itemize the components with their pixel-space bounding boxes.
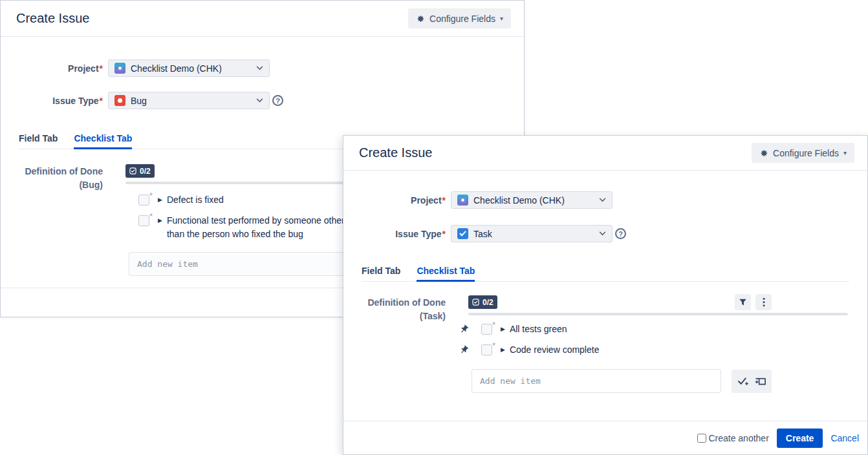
help-icon[interactable]: ? — [272, 95, 283, 106]
page-title: Create Issue — [16, 11, 89, 26]
configure-fields-label: Configure Fields — [773, 148, 839, 158]
task-icon — [457, 228, 468, 239]
progress-count: 0/2 — [483, 298, 494, 307]
kebab-menu-button[interactable] — [755, 294, 772, 310]
checklist-item: * ▶ Functional test performed by someone… — [138, 215, 355, 241]
expand-triangle-icon[interactable]: ▶ — [501, 344, 505, 355]
item-checkbox[interactable]: * — [481, 344, 492, 355]
issue-type-row: Issue Type* Bug — [1, 92, 270, 109]
checklist-field-label: Definition of Done (Task) — [343, 296, 446, 323]
project-avatar-icon — [114, 63, 125, 74]
configure-fields-label: Configure Fields — [429, 14, 495, 24]
create-button[interactable]: Create — [777, 429, 823, 448]
filter-button[interactable] — [735, 294, 751, 310]
tab-bar: Field Tab Checklist Tab — [362, 266, 849, 282]
issue-type-label: Issue Type* — [1, 96, 103, 106]
add-multiple-items-icon[interactable] — [755, 376, 766, 386]
checklist-field-label: Definition of Done (Bug) — [1, 165, 103, 192]
tab-checklist[interactable]: Checklist Tab — [74, 133, 132, 149]
item-required-asterisk: * — [492, 320, 495, 330]
expand-triangle-icon[interactable]: ▶ — [158, 215, 162, 226]
issue-type-value: Task — [473, 229, 492, 239]
pin-icon[interactable] — [459, 324, 469, 337]
project-value: Checklist Demo (CHK) — [131, 63, 222, 74]
create-issue-dialog-task: Create Issue Configure Fields ▾ Project*… — [343, 135, 868, 455]
create-another-checkbox[interactable] — [697, 434, 706, 443]
create-another-label: Create another — [708, 433, 768, 443]
issue-type-select[interactable]: Task — [451, 225, 613, 242]
item-checkbox[interactable]: * — [138, 195, 149, 206]
checklist-item-text[interactable]: All tests green — [510, 323, 567, 336]
issue-type-label: Issue Type* — [343, 229, 446, 239]
item-required-asterisk: * — [149, 211, 153, 221]
progress-badge: 0/2 — [125, 164, 155, 178]
bug-icon — [114, 95, 125, 106]
badge-checkbox-icon — [129, 167, 136, 175]
tab-checklist[interactable]: Checklist Tab — [417, 266, 475, 281]
progress-count: 0/2 — [140, 167, 151, 176]
item-required-asterisk: * — [492, 341, 495, 350]
required-mark: * — [100, 96, 103, 106]
project-label: Project* — [343, 195, 446, 206]
chevron-down-icon — [599, 198, 606, 202]
issue-type-value: Bug — [131, 96, 147, 106]
project-select[interactable]: Checklist Demo (CHK) — [451, 191, 613, 209]
filter-icon — [739, 298, 747, 306]
project-row: Project* Checklist Demo (CHK) — [1, 59, 270, 77]
required-mark: * — [442, 229, 446, 239]
add-new-item-input[interactable] — [472, 369, 721, 393]
expand-triangle-icon[interactable]: ▶ — [158, 195, 162, 206]
progress-bar — [468, 313, 848, 315]
issue-type-select[interactable]: Bug — [108, 92, 270, 109]
checklist-item: * ▶ All tests green — [481, 324, 567, 336]
gear-icon — [416, 14, 425, 23]
create-another[interactable]: Create another — [697, 433, 768, 443]
page-title: Create Issue — [359, 145, 432, 160]
add-new-item-input[interactable] — [129, 252, 378, 276]
caret-down-icon: ▾ — [500, 16, 503, 22]
pin-icon[interactable] — [459, 345, 469, 357]
progress-badge: 0/2 — [468, 295, 497, 309]
required-mark: * — [100, 63, 103, 74]
tab-field[interactable]: Field Tab — [362, 266, 400, 281]
configure-fields-button[interactable]: Configure Fields ▾ — [408, 8, 511, 28]
project-value: Checklist Demo (CHK) — [473, 195, 565, 206]
item-checkbox[interactable]: * — [481, 324, 492, 335]
dialog-footer: Create another Create Cancel — [343, 421, 867, 454]
project-row: Project* Checklist Demo (CHK) — [343, 191, 613, 209]
cancel-link[interactable]: Cancel — [830, 433, 859, 443]
caret-down-icon: ▾ — [843, 150, 847, 156]
checklist-item: * ▶ Code review complete — [481, 344, 599, 357]
help-icon[interactable]: ? — [615, 228, 626, 239]
chevron-down-icon — [599, 231, 606, 236]
checklist-item-text[interactable]: Defect is fixed — [167, 193, 224, 207]
checklist-item: * ▶ Defect is fixed — [138, 195, 224, 207]
chevron-down-icon — [256, 98, 263, 103]
gear-icon — [759, 149, 768, 158]
tab-field[interactable]: Field Tab — [19, 133, 58, 149]
dialog-header: Create Issue Configure Fields ▾ — [1, 1, 524, 37]
project-label: Project* — [1, 63, 103, 74]
expand-triangle-icon[interactable]: ▶ — [501, 324, 505, 335]
badge-checkbox-icon — [472, 299, 479, 306]
item-checkbox[interactable]: * — [138, 215, 149, 226]
required-mark: * — [442, 195, 446, 206]
kebab-icon — [763, 297, 765, 307]
confirm-check-plus-icon[interactable] — [737, 376, 749, 386]
checklist-item-text[interactable]: Code review complete — [510, 343, 600, 357]
chevron-down-icon — [256, 66, 263, 70]
dialog-header: Create Issue Configure Fields ▾ — [343, 136, 867, 171]
configure-fields-button[interactable]: Configure Fields ▾ — [752, 143, 854, 163]
project-select[interactable]: Checklist Demo (CHK) — [108, 59, 270, 77]
checklist-item-text[interactable]: Functional test performed by someone oth… — [167, 214, 355, 241]
add-item-actions — [732, 370, 772, 393]
item-required-asterisk: * — [149, 191, 153, 200]
project-avatar-icon — [457, 195, 468, 206]
issue-type-row: Issue Type* Task — [343, 225, 613, 242]
